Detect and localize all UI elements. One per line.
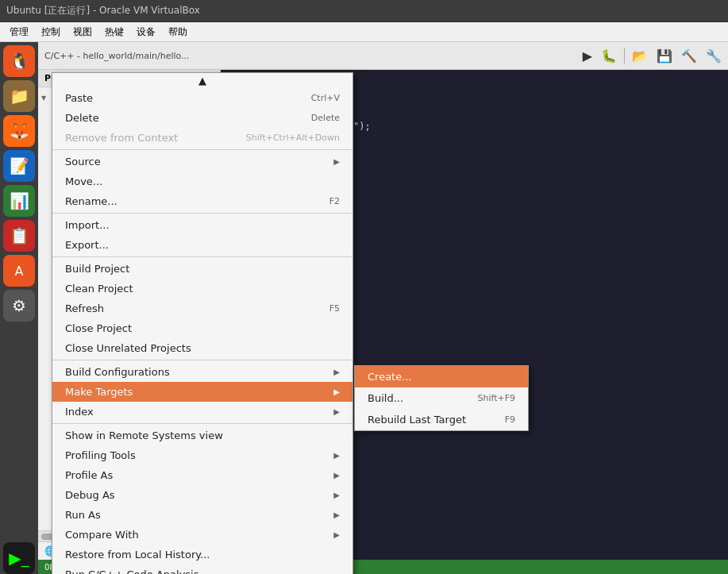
ubuntu-icon[interactable]: 🐧 — [3, 45, 35, 77]
make-submenu: Create... Build... Shift+F9 Rebuild Last… — [354, 365, 529, 431]
show-remote-label: Show in Remote Systems view — [65, 430, 223, 441]
import-label: Import... — [65, 219, 110, 231]
title-text: Ubuntu [正在运行] - Oracle VM VirtualBox — [6, 4, 200, 17]
profile-as-arrow: ▶ — [333, 471, 340, 480]
remove-label: Remove from Context — [65, 132, 178, 144]
files-icon[interactable]: 📁 — [3, 80, 35, 112]
ctx-make-targets[interactable]: Make Targets ▶ — [52, 382, 352, 402]
ctx-profiling[interactable]: Profiling Tools ▶ — [52, 445, 352, 465]
index-label: Index — [65, 406, 94, 418]
ctx-run-analysis[interactable]: Run C/C++ Code Analysis — [52, 564, 352, 574]
title-bar: Ubuntu [正在运行] - Oracle VM VirtualBox — [0, 0, 728, 22]
clean-project-label: Clean Project — [65, 283, 133, 295]
ctx-index[interactable]: Index ▶ — [52, 402, 352, 422]
divider-3 — [52, 256, 352, 257]
main-area: 🐧 📁 🦊 📝 📊 📋 A ⚙ ▶_ C/C++ - hello_world/m… — [0, 42, 728, 574]
ctx-rename[interactable]: Rename... F2 — [52, 191, 352, 211]
ide-path-label: C/C++ - hello_world/main/hello... — [41, 49, 193, 63]
build-project-label: Build Project — [65, 263, 129, 275]
sep1 — [624, 48, 625, 64]
divider-1 — [52, 149, 352, 150]
ctx-run-as[interactable]: Run As ▶ — [52, 505, 352, 525]
ctx-restore[interactable]: Restore from Local History... — [52, 545, 352, 564]
left-dock: 🐧 📁 🦊 📝 📊 📋 A ⚙ ▶_ — [0, 42, 38, 574]
build-shortcut: Shift+F9 — [477, 393, 515, 403]
source-label: Source — [65, 156, 101, 168]
writer-icon[interactable]: 📝 — [3, 150, 35, 182]
ctx-close-unrelated[interactable]: Close Unrelated Projects — [52, 338, 352, 358]
debug-as-label: Debug As — [65, 489, 115, 501]
menu-item-control[interactable]: 控制 — [35, 24, 67, 40]
menu-item-hotkey[interactable]: 热键 — [98, 24, 130, 40]
ctx-paste[interactable]: Paste Ctrl+V — [52, 88, 352, 108]
ctx-source[interactable]: Source ▶ — [52, 152, 352, 171]
run-analysis-label: Run C/C++ Code Analysis — [65, 568, 199, 574]
paste-label: Paste — [65, 92, 93, 104]
ctx-close-project[interactable]: Close Project — [52, 318, 352, 338]
refresh-shortcut: F5 — [329, 303, 340, 314]
close-project-label: Close Project — [65, 322, 132, 334]
debug-button[interactable]: 🐛 — [598, 47, 620, 65]
submenu-rebuild[interactable]: Rebuild Last Target F9 — [355, 409, 528, 430]
index-arrow: ▶ — [333, 407, 340, 416]
toolbar-btn-2[interactable]: 💾 — [653, 47, 676, 65]
ctx-clean-project[interactable]: Clean Project — [52, 279, 352, 299]
ctx-export[interactable]: Export... — [52, 235, 352, 255]
ctx-import[interactable]: Import... — [52, 215, 352, 235]
ctx-delete[interactable]: Delete Delete — [52, 108, 352, 128]
firefox-icon[interactable]: 🦊 — [3, 115, 35, 147]
divider-2 — [52, 213, 352, 214]
divider-5 — [52, 423, 352, 424]
source-arrow: ▶ — [333, 157, 340, 166]
profiling-arrow: ▶ — [333, 451, 340, 460]
run-as-arrow: ▶ — [333, 510, 340, 519]
ctx-debug-as[interactable]: Debug As ▶ — [52, 485, 352, 505]
build-label: Build... — [368, 392, 403, 404]
toolbar-btn-3[interactable]: 🔨 — [678, 47, 700, 65]
terminal-icon[interactable]: ▶_ — [3, 542, 35, 574]
menu-item-manage[interactable]: 管理 — [3, 24, 35, 40]
remove-shortcut: Shift+Ctrl+Alt+Down — [246, 133, 340, 143]
ctx-build-configs[interactable]: Build Configurations ▶ — [52, 362, 352, 382]
delete-shortcut: Delete — [311, 113, 340, 123]
create-label: Create... — [368, 371, 412, 383]
ctx-move[interactable]: Move... — [52, 171, 352, 191]
ctx-remove[interactable]: Remove from Context Shift+Ctrl+Alt+Down — [52, 128, 352, 148]
toolbar-btn-4[interactable]: 🔧 — [703, 47, 725, 65]
ctx-refresh[interactable]: Refresh F5 — [52, 299, 352, 318]
debug-as-arrow: ▶ — [333, 491, 340, 499]
make-targets-arrow: ▶ — [333, 387, 340, 396]
menu-item-help[interactable]: 帮助 — [162, 24, 194, 40]
submenu-build[interactable]: Build... Shift+F9 — [355, 387, 528, 409]
delete-label: Delete — [65, 112, 99, 124]
calc-icon[interactable]: 📊 — [3, 185, 35, 217]
toolbar-btn-1[interactable]: 📂 — [629, 47, 651, 65]
refresh-label: Refresh — [65, 302, 104, 314]
settings-icon[interactable]: ⚙ — [3, 290, 35, 322]
build-configs-arrow: ▶ — [333, 368, 340, 376]
submenu-create[interactable]: Create... — [355, 366, 528, 387]
ctx-scroll-up[interactable]: ▲ — [52, 73, 352, 88]
ctx-profile-as[interactable]: Profile As ▶ — [52, 465, 352, 485]
restore-label: Restore from Local History... — [65, 549, 210, 561]
build-configs-label: Build Configurations — [65, 366, 170, 378]
profiling-label: Profiling Tools — [65, 449, 136, 461]
close-unrelated-label: Close Unrelated Projects — [65, 342, 191, 354]
ctx-show-remote[interactable]: Show in Remote Systems view — [52, 426, 352, 445]
menu-item-device[interactable]: 设备 — [130, 24, 162, 40]
menu-item-view[interactable]: 视图 — [67, 24, 98, 40]
rename-shortcut: F2 — [329, 196, 340, 206]
move-label: Move... — [65, 175, 102, 187]
run-button[interactable]: ▶ — [580, 47, 595, 65]
divider-4 — [52, 360, 352, 360]
ctx-build-project[interactable]: Build Project — [52, 259, 352, 279]
make-targets-label: Make Targets — [65, 386, 133, 398]
menu-bar: 管理 控制 视图 热键 设备 帮助 — [0, 22, 728, 42]
rebuild-label: Rebuild Last Target — [368, 414, 466, 426]
profile-as-label: Profile As — [65, 469, 113, 481]
impress-icon[interactable]: 📋 — [3, 220, 35, 252]
store-icon[interactable]: A — [3, 255, 35, 287]
ctx-compare[interactable]: Compare With ▶ — [52, 525, 352, 545]
compare-arrow: ▶ — [333, 530, 340, 539]
ide-toolbar: C/C++ - hello_world/main/hello... ▶ 🐛 📂 … — [38, 42, 728, 70]
